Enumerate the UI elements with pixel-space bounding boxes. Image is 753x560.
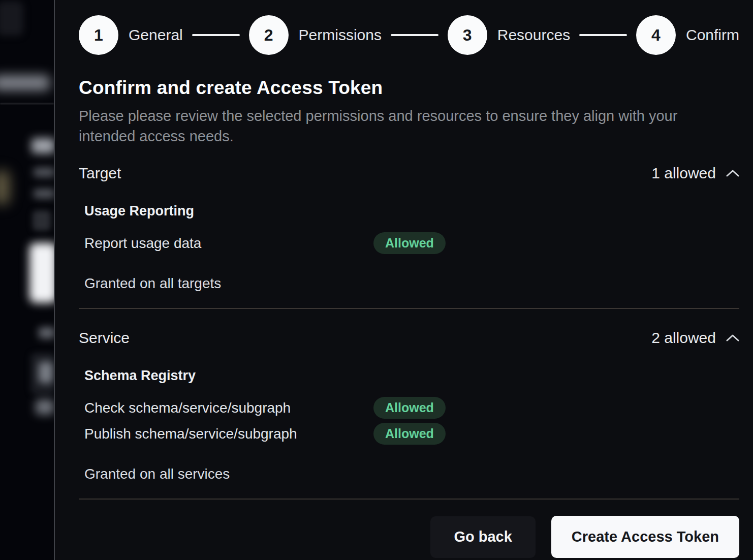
chevron-up-icon <box>726 169 739 177</box>
blurred-label-text <box>36 399 54 415</box>
blurred-divider <box>0 103 54 104</box>
page-description: Please please review the selected permis… <box>79 106 703 146</box>
step-label: Permissions <box>299 26 382 44</box>
create-access-token-modal: 1 General 2 Permissions 3 Resources 4 Co… <box>54 0 753 560</box>
permission-row: Report usage data Allowed <box>84 232 739 254</box>
modal-footer: Go back Create Access Token <box>79 516 739 558</box>
wizard-stepper: 1 General 2 Permissions 3 Resources 4 Co… <box>79 15 739 55</box>
blurred-subtext <box>34 189 54 198</box>
step-label: Resources <box>497 26 570 44</box>
blurred-heading-text <box>32 138 54 153</box>
blurred-icon-tile <box>33 210 51 231</box>
page-title: Confirm and create Access Token <box>79 77 739 99</box>
step-confirm[interactable]: 4 Confirm <box>636 15 739 55</box>
step-number-circle: 3 <box>448 15 487 55</box>
permission-group-title: Schema Registry <box>84 368 739 384</box>
status-badge: Allowed <box>373 423 446 445</box>
permission-label: Publish schema/service/subgraph <box>84 426 373 442</box>
section-collapse-toggle[interactable]: 2 allowed <box>651 329 739 347</box>
blurred-label-text <box>39 362 53 383</box>
blurred-logo-tile <box>0 1 23 36</box>
step-label: General <box>129 26 183 44</box>
step-permissions[interactable]: 2 Permissions <box>249 15 382 55</box>
status-badge: Allowed <box>373 397 446 419</box>
permission-label: Report usage data <box>84 235 373 252</box>
go-back-button[interactable]: Go back <box>430 516 535 558</box>
section-divider <box>79 308 739 309</box>
section-header-target: Target 1 allowed <box>79 165 739 182</box>
step-connector-line <box>391 34 438 36</box>
permission-row: Check schema/service/subgraph Allowed <box>84 397 739 419</box>
section-collapse-toggle[interactable]: 1 allowed <box>651 165 739 182</box>
status-badge: Allowed <box>373 232 446 254</box>
blurred-background-page <box>0 0 54 560</box>
blurred-white-card <box>29 243 54 303</box>
section-title: Service <box>79 329 130 347</box>
blurred-subtext <box>34 168 54 177</box>
section-header-service: Service 2 allowed <box>79 329 739 347</box>
blurred-nav-text <box>0 75 50 90</box>
step-connector-line <box>192 34 240 36</box>
step-connector-line <box>579 34 627 36</box>
blurred-label-text <box>39 327 54 338</box>
step-number-circle: 1 <box>79 15 118 55</box>
section-title: Target <box>79 165 121 182</box>
create-access-token-button[interactable]: Create Access Token <box>551 516 739 558</box>
step-number-circle: 4 <box>636 15 676 55</box>
granted-note: Granted on all targets <box>84 275 739 292</box>
step-resources[interactable]: 3 Resources <box>448 15 570 55</box>
chevron-up-icon <box>726 334 739 342</box>
permission-label: Check schema/service/subgraph <box>84 400 373 416</box>
allowed-count: 1 allowed <box>651 165 716 182</box>
permission-row: Publish schema/service/subgraph Allowed <box>84 423 739 445</box>
step-number-circle: 2 <box>249 15 289 55</box>
step-label: Confirm <box>686 26 739 44</box>
blurred-accent-blob <box>0 171 9 204</box>
section-divider <box>79 499 739 500</box>
allowed-count: 2 allowed <box>651 329 716 347</box>
granted-note: Granted on all services <box>84 466 739 482</box>
permission-group-title: Usage Reporting <box>84 203 739 219</box>
step-general[interactable]: 1 General <box>79 15 183 55</box>
